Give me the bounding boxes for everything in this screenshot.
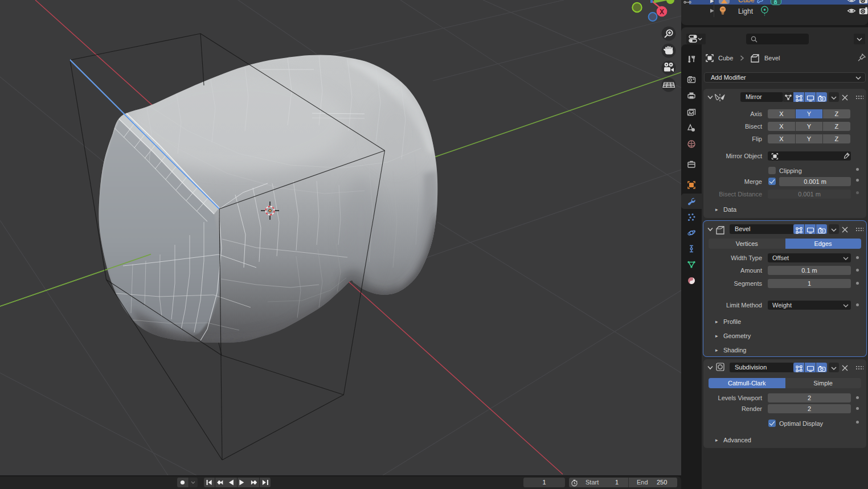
svg-text:X: X [660, 8, 664, 16]
